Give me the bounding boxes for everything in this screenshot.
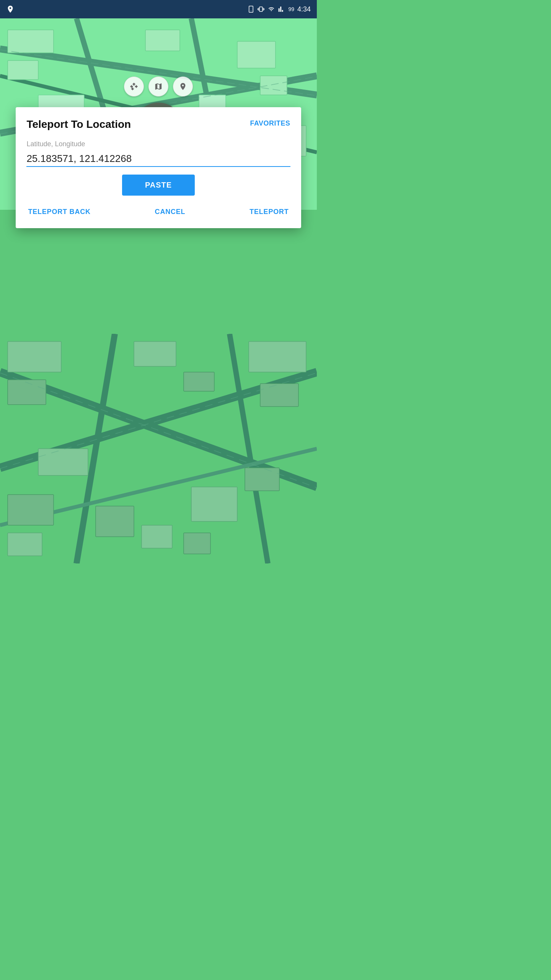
battery-level: 99: [288, 6, 294, 12]
signal-icon: [278, 6, 285, 13]
coordinate-input[interactable]: [26, 151, 290, 167]
coordinate-input-row: [26, 151, 290, 167]
favorites-button[interactable]: FAVORITES: [250, 118, 290, 129]
teleport-button[interactable]: TELEPORT: [248, 205, 290, 219]
paste-button[interactable]: PASTE: [122, 175, 195, 196]
dialog-actions: TELEPORT BACK CANCEL TELEPORT: [26, 205, 290, 219]
dialog-header: Teleport To Location FAVORITES: [26, 118, 290, 131]
dialog-title: Teleport To Location: [26, 118, 131, 131]
svg-rect-0: [249, 6, 253, 13]
status-time: 4:34: [297, 5, 311, 13]
status-bar-left: [6, 5, 15, 13]
phone-icon: [248, 6, 254, 13]
cancel-button[interactable]: CANCEL: [153, 205, 187, 219]
status-bar-right: 99 4:34: [248, 5, 311, 13]
dialog-overlay: Teleport To Location FAVORITES Latitude,…: [0, 0, 317, 564]
teleport-back-button[interactable]: TELEPORT BACK: [26, 205, 92, 219]
status-bar: 99 4:34: [0, 0, 317, 18]
wifi-icon: [267, 6, 275, 12]
location-pin-icon: [6, 5, 15, 13]
vibrate-icon: [258, 6, 264, 13]
teleport-dialog: Teleport To Location FAVORITES Latitude,…: [16, 107, 301, 228]
input-label: Latitude, Longitude: [26, 140, 290, 148]
